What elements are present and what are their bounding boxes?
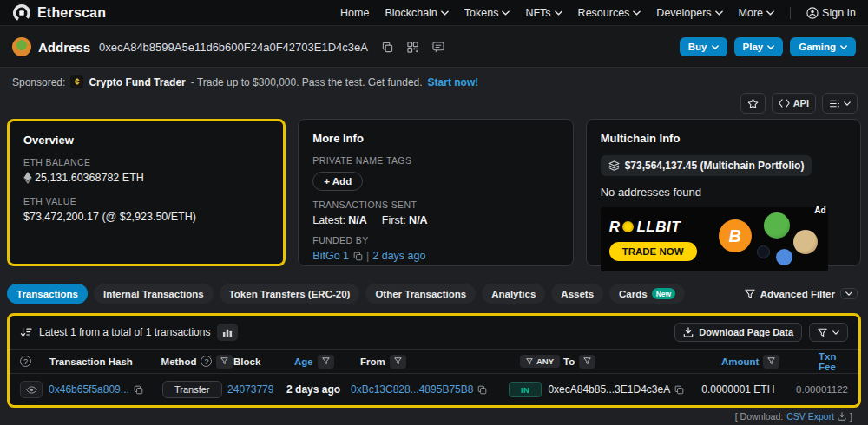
overview-title: Overview <box>23 134 269 147</box>
tab-other-transactions[interactable]: Other Transactions <box>365 284 476 304</box>
from-address-link[interactable]: 0xBc13C828...4895B75B8 <box>351 383 473 396</box>
chevron-down-icon <box>844 101 851 106</box>
add-name-tag-button[interactable]: + Add <box>312 172 363 191</box>
copy-address-icon[interactable] <box>382 42 393 53</box>
nav-item-home[interactable]: Home <box>340 7 369 19</box>
age-filter-icon[interactable] <box>318 355 334 369</box>
address-value: 0xecA84b8599A5e11d6b600F24a0F42703E1D4c3… <box>99 41 368 54</box>
portfolio-value: $73,564,137.45 (Multichain Portfolio) <box>625 160 805 172</box>
column-age[interactable]: Age <box>294 356 313 367</box>
tab-cards[interactable]: Cards New <box>609 284 685 304</box>
eth-rate: (@ $2,923.50/ETH) <box>102 211 196 223</box>
chevron-down-icon <box>712 45 719 49</box>
filter-funnel-icon <box>818 328 827 337</box>
qr-code-icon[interactable] <box>407 42 418 53</box>
bracket-close: ] <box>850 411 852 422</box>
column-block: Block <box>233 356 294 367</box>
rollbit-ad-banner[interactable]: R LLBIT TRADE NOW B <box>601 207 828 271</box>
api-button[interactable]: API <box>772 93 816 114</box>
eth-balance-value: 25,131.60368782 ETH <box>35 172 144 184</box>
nav-item-resources[interactable]: Resources <box>578 7 641 19</box>
chevron-down-icon <box>715 10 723 16</box>
column-transaction-hash: Transaction Hash <box>49 356 161 367</box>
tab-assets[interactable]: Assets <box>551 284 603 304</box>
tab-token-transfers[interactable]: Token Transfers (ERC-20) <box>220 284 360 304</box>
column-method: Method <box>161 356 197 367</box>
direction-filter-any-button[interactable]: ANY <box>520 355 560 368</box>
play-button[interactable]: Play <box>734 37 784 56</box>
download-icon <box>683 327 694 337</box>
chart-view-button[interactable] <box>217 324 238 341</box>
buy-button[interactable]: Buy <box>680 37 727 56</box>
comment-icon[interactable] <box>432 42 444 53</box>
nav-item-tokens[interactable]: Tokens <box>464 7 510 19</box>
address-header: Address 0xecA84b8599A5e11d6b600F24a0F427… <box>0 26 868 68</box>
download-page-data-button[interactable]: Download Page Data <box>674 323 802 342</box>
favorite-star-button[interactable] <box>740 93 766 114</box>
copy-icon[interactable] <box>134 385 143 395</box>
sign-in-button[interactable]: Sign In <box>806 7 856 19</box>
ad-container: Ad R LLBIT TRADE NOW B <box>601 207 828 271</box>
address-avatar <box>12 37 31 56</box>
column-txn-fee[interactable]: Txn Fee <box>819 351 836 372</box>
rollbit-o-icon <box>622 221 634 232</box>
chevron-down-icon <box>767 45 774 49</box>
layers-icon <box>608 160 620 171</box>
tab-internal-transactions[interactable]: Internal Transactions <box>94 284 214 304</box>
coin-icon <box>776 249 792 265</box>
amount-value: 0.0000001 ETH <box>701 383 774 396</box>
buy-label: Buy <box>688 42 707 52</box>
method-filter-icon[interactable] <box>216 355 233 369</box>
star-icon <box>747 98 759 109</box>
table-header-row: ? Transaction Hash Method ? Block Age Fr… <box>10 350 858 374</box>
first-label: First: <box>382 214 406 226</box>
multichain-info-card: Multichain Info $73,564,137.45 (Multicha… <box>586 119 861 266</box>
new-badge: New <box>652 288 675 299</box>
eth-diamond-icon <box>23 172 32 184</box>
copy-icon[interactable] <box>477 385 487 395</box>
more-info-title: More Info <box>312 132 558 145</box>
funded-by-link[interactable]: BitGo 1 <box>312 250 349 262</box>
eth-value-amount: $73,472,200.17 <box>23 211 99 223</box>
tab-transactions[interactable]: Transactions <box>7 284 88 304</box>
preview-eye-button[interactable] <box>20 381 43 398</box>
code-icon <box>779 99 790 108</box>
csv-export-link[interactable]: CSV Export <box>786 411 834 422</box>
tab-analytics[interactable]: Analytics <box>482 284 545 304</box>
gaming-button[interactable]: Gaming <box>790 37 856 56</box>
from-filter-icon[interactable] <box>390 355 406 369</box>
copy-icon[interactable] <box>674 385 684 395</box>
age-value: 2 days ago <box>286 383 340 396</box>
chevron-down-icon <box>766 10 774 16</box>
address-action-buttons: Buy Play Gaming <box>680 37 856 56</box>
help-icon[interactable]: ? <box>201 356 212 367</box>
advanced-filter-button[interactable]: Advanced Filter <box>745 288 861 299</box>
tx-hash-link[interactable]: 0x46b65f5a809... <box>49 383 129 396</box>
chevron-down-icon <box>840 45 847 49</box>
view-options-button[interactable] <box>822 93 858 114</box>
multichain-portfolio-badge[interactable]: $73,564,137.45 (Multichain Portfolio) <box>601 155 812 176</box>
nav-divider <box>790 7 791 19</box>
person-icon <box>806 7 819 19</box>
sponsored-start-now-link[interactable]: Start now! <box>428 76 479 88</box>
nav-label: NFTs <box>525 7 550 19</box>
any-label: ANY <box>536 356 554 366</box>
column-amount[interactable]: Amount <box>721 356 759 367</box>
trade-now-button[interactable]: TRADE NOW <box>609 242 697 261</box>
sort-icon[interactable] <box>20 327 32 337</box>
etherscan-logo[interactable]: Etherscan <box>12 3 106 23</box>
nav-item-blockchain[interactable]: Blockchain <box>385 7 448 19</box>
funded-time-link[interactable]: 2 days ago <box>372 250 425 262</box>
chevron-down-icon[interactable] <box>840 288 858 299</box>
to-filter-icon[interactable] <box>579 355 595 369</box>
gaming-label: Gaming <box>799 42 836 52</box>
table-filter-button[interactable] <box>809 323 848 342</box>
amount-filter-icon[interactable] <box>763 355 779 369</box>
nav-item-more[interactable]: More <box>739 7 774 19</box>
nav-item-developers[interactable]: Developers <box>656 7 722 19</box>
help-icon[interactable]: ? <box>20 356 31 367</box>
block-link[interactable]: 24073779 <box>227 383 273 396</box>
funded-by-label: FUNDED BY <box>312 235 558 245</box>
copy-icon[interactable] <box>353 252 363 261</box>
nav-item-nfts[interactable]: NFTs <box>525 7 562 19</box>
